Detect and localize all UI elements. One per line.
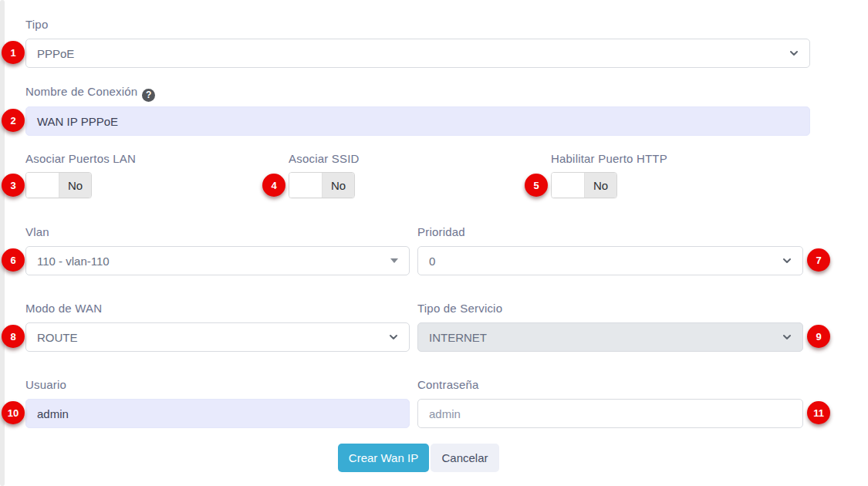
step-badge-10: 10 bbox=[2, 401, 25, 424]
step-badge-11: 11 bbox=[807, 401, 830, 424]
asociar-lan-label: Asociar Puertos LAN bbox=[25, 152, 136, 165]
nombre-input-value: WAN IP PPPoE bbox=[37, 115, 118, 128]
nombre-label: Nombre de Conexión? bbox=[25, 85, 155, 102]
tipo-servicio-select-value: INTERNET bbox=[429, 331, 776, 344]
step-badge-1: 1 bbox=[2, 41, 25, 64]
puerto-http-label: Habilitar Puerto HTTP bbox=[551, 152, 667, 165]
toggle-knob bbox=[289, 173, 323, 197]
usuario-input[interactable]: admin bbox=[25, 399, 410, 428]
asociar-ssid-label: Asociar SSID bbox=[289, 152, 360, 165]
prioridad-label: Prioridad bbox=[417, 225, 465, 238]
tipo-select[interactable]: PPPoE bbox=[25, 39, 810, 68]
step-badge-7: 7 bbox=[807, 248, 830, 272]
create-wan-button[interactable]: Crear Wan IP bbox=[338, 444, 429, 472]
chevron-down-icon bbox=[782, 332, 792, 342]
puerto-http-toggle[interactable]: No bbox=[551, 172, 617, 198]
tipo-select-value: PPPoE bbox=[37, 47, 783, 60]
modo-wan-select-value: ROUTE bbox=[37, 331, 383, 344]
toggle-knob bbox=[26, 173, 59, 197]
contrasena-label: Contraseña bbox=[417, 378, 479, 391]
nombre-label-text: Nombre de Conexión bbox=[25, 85, 137, 98]
step-badge-3: 3 bbox=[2, 174, 25, 197]
cancel-button[interactable]: Cancelar bbox=[431, 444, 499, 472]
step-badge-8: 8 bbox=[2, 325, 25, 348]
dropdown-arrow-icon bbox=[390, 258, 398, 263]
tipo-servicio-select: INTERNET bbox=[417, 322, 803, 352]
asociar-lan-toggle-state: No bbox=[59, 173, 91, 197]
vlan-label: Vlan bbox=[25, 225, 49, 238]
usuario-input-value: admin bbox=[37, 407, 69, 420]
toggle-knob bbox=[552, 173, 585, 197]
chevron-down-icon bbox=[782, 256, 792, 265]
usuario-label: Usuario bbox=[25, 378, 66, 391]
vlan-select[interactable]: 110 - vlan-110 bbox=[25, 246, 410, 275]
chevron-down-icon bbox=[789, 49, 799, 58]
asociar-ssid-toggle-state: No bbox=[323, 173, 354, 197]
modo-wan-label: Modo de WAN bbox=[25, 302, 102, 315]
tipo-label: Tipo bbox=[25, 18, 48, 31]
step-badge-5: 5 bbox=[525, 174, 548, 197]
contrasena-input[interactable]: admin bbox=[417, 399, 803, 428]
contrasena-input-placeholder: admin bbox=[429, 407, 461, 420]
puerto-http-toggle-state: No bbox=[585, 173, 616, 197]
help-icon[interactable]: ? bbox=[142, 89, 155, 102]
step-badge-6: 6 bbox=[2, 248, 25, 272]
step-badge-2: 2 bbox=[2, 109, 25, 132]
asociar-lan-toggle[interactable]: No bbox=[25, 172, 92, 198]
prioridad-select[interactable]: 0 bbox=[417, 246, 803, 275]
vlan-select-value: 110 - vlan-110 bbox=[37, 255, 384, 268]
tipo-servicio-label: Tipo de Servicio bbox=[417, 302, 502, 315]
step-badge-4: 4 bbox=[262, 174, 285, 197]
asociar-ssid-toggle[interactable]: No bbox=[289, 172, 355, 198]
chevron-down-icon bbox=[389, 332, 398, 342]
step-badge-9: 9 bbox=[807, 325, 830, 348]
modo-wan-select[interactable]: ROUTE bbox=[25, 322, 410, 352]
create-wan-form: Tipo PPPoE 1 Nombre de Conexión? WAN IP … bbox=[0, 0, 868, 486]
nombre-input[interactable]: WAN IP PPPoE bbox=[25, 106, 810, 136]
prioridad-select-value: 0 bbox=[429, 255, 776, 268]
